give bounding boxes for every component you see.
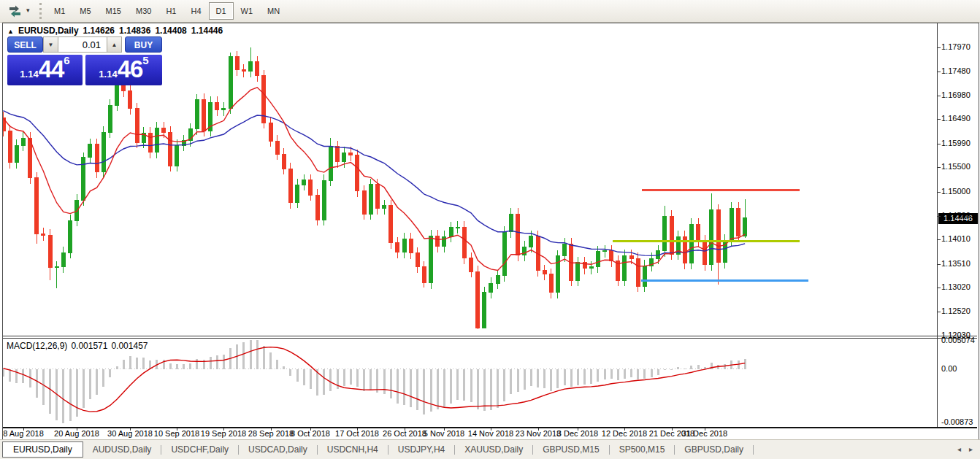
toolbar-grip[interactable] xyxy=(39,3,42,19)
sell-price-tile[interactable]: 1.14446 xyxy=(7,55,83,85)
date-tick xyxy=(624,428,625,431)
price-tick xyxy=(937,312,941,312)
price-axis-label: 1.13020 xyxy=(941,282,978,291)
macd-value: 0.001571 xyxy=(71,341,107,351)
tab-gbpusd-daily[interactable]: GBPUSD,Daily xyxy=(675,442,753,457)
tab-gbpusd-m15[interactable]: GBPUSD,M15 xyxy=(533,442,608,457)
date-tick xyxy=(271,428,272,431)
price-axis-label: 1.16490 xyxy=(941,114,978,123)
timeframe-button-m1[interactable]: M1 xyxy=(47,2,72,20)
mt4-app: ▾ M1M5M15M30H1H4D1W1MN ▲EURUSD,Daily1.14… xyxy=(0,0,980,459)
tab-eurusd-daily[interactable]: EURUSD,Daily xyxy=(2,441,83,458)
price-axis-label: 1.17970 xyxy=(941,42,978,51)
tab-usdcad-daily[interactable]: USDCAD,Daily xyxy=(239,442,317,457)
chart-sync-icon[interactable] xyxy=(7,4,23,18)
dropdown-caret-icon[interactable]: ▾ xyxy=(26,7,30,14)
price-tick xyxy=(937,336,941,336)
time-axis-line xyxy=(3,427,977,428)
volume-increase-button[interactable]: ▲ xyxy=(107,36,122,53)
date-tick xyxy=(705,428,705,431)
ohlc-low: 1.14408 xyxy=(155,26,186,36)
macd-indicator-label: MACD(12,26,9)0.0015710.001457 xyxy=(7,341,152,351)
date-tick xyxy=(223,428,224,431)
price-axis-label: 1.15500 xyxy=(941,162,978,171)
date-tick xyxy=(672,428,673,431)
date-tick xyxy=(444,428,445,431)
timeframe-button-mn[interactable]: MN xyxy=(260,2,287,20)
chart-window: ▲EURUSD,Daily1.146261.148361.144081.1444… xyxy=(2,23,979,441)
price-axis-label: 1.13510 xyxy=(941,259,978,268)
tab-sp500-m15[interactable]: SP500,M15 xyxy=(610,442,675,457)
tab-separator xyxy=(753,445,754,455)
price-axis-divider xyxy=(937,23,938,427)
tab-usdchf-daily[interactable]: USDCHF,Daily xyxy=(161,442,238,457)
price-axis-label: 1.12520 xyxy=(941,306,978,315)
date-tick xyxy=(405,428,405,431)
sell-button[interactable]: SELL xyxy=(7,36,43,53)
macd-pane[interactable] xyxy=(3,338,937,427)
volume-decrease-button[interactable]: ▼ xyxy=(43,36,58,53)
price-tick xyxy=(937,239,941,240)
tabs-scroll-left-icon[interactable]: ◂ xyxy=(957,445,961,453)
chart-tab-bar: EURUSD,DailyAUDUSD,DailyUSDCHF,DailyUSDC… xyxy=(0,439,980,459)
buy-button[interactable]: BUY xyxy=(125,36,162,53)
sell-price: 1.14446 xyxy=(7,55,83,83)
macd-axis-label: 0.00 xyxy=(941,364,978,373)
ohlc-close: 1.14446 xyxy=(191,26,223,36)
price-tick xyxy=(937,72,941,72)
timeframe-toolbar: ▾ M1M5M15M30H1H4D1W1MN xyxy=(0,0,980,23)
timeframe-button-m15[interactable]: M15 xyxy=(99,2,129,20)
timeframe-buttons: M1M5M15M30H1H4D1W1MN xyxy=(47,2,287,20)
tab-audusd-daily[interactable]: AUDUSD,Daily xyxy=(83,442,161,457)
timeframe-button-w1[interactable]: W1 xyxy=(234,2,261,20)
collapse-triangle-icon[interactable]: ▲ xyxy=(7,28,14,35)
timeframe-button-h4[interactable]: H4 xyxy=(183,2,208,20)
price-tick xyxy=(937,192,941,193)
price-axis-label: 1.16980 xyxy=(941,90,978,99)
macd-axis-label: 0.005074 xyxy=(941,336,978,344)
price-tick xyxy=(937,47,941,48)
macd-name: MACD(12,26,9) xyxy=(7,341,67,351)
pane-splitter[interactable] xyxy=(3,336,977,336)
macd-axis-label: -0.00873 xyxy=(941,417,978,426)
ohlc-open: 1.14626 xyxy=(83,26,115,36)
price-tick xyxy=(937,96,941,96)
tab-usdcnh-h4[interactable]: USDCNH,H4 xyxy=(318,442,388,457)
price-axis-label: 1.14010 xyxy=(941,234,978,243)
date-tick xyxy=(491,428,491,431)
price-tick xyxy=(937,216,941,217)
price-axis-label: 1.15990 xyxy=(941,139,978,147)
tabs-scroll-right-icon[interactable]: ▸ xyxy=(969,445,973,453)
ohlc-high: 1.14836 xyxy=(119,26,150,36)
price-tick xyxy=(937,288,941,288)
timeframe-button-d1[interactable]: D1 xyxy=(209,2,234,20)
price-axis-label: 1.15000 xyxy=(941,187,978,196)
timeframe-button-m30[interactable]: M30 xyxy=(129,2,158,20)
price-tick xyxy=(937,144,941,144)
price-tick xyxy=(937,167,941,168)
timeframe-button-h1[interactable]: H1 xyxy=(158,2,183,20)
date-tick xyxy=(130,428,131,431)
one-click-trading-panel: SELL ▼ ▲ BUY 1.14446 1.14465 xyxy=(3,36,166,108)
macd-signal-value: 0.001457 xyxy=(111,341,148,351)
volume-input[interactable] xyxy=(58,36,107,53)
buy-price: 1.14465 xyxy=(85,55,162,83)
price-axis-label: 1.17480 xyxy=(941,66,978,75)
price-tick xyxy=(937,264,941,265)
tab-usdjpy-h4[interactable]: USDJPY,H4 xyxy=(388,442,454,457)
date-tick xyxy=(357,428,358,431)
buy-price-tile[interactable]: 1.14465 xyxy=(85,55,162,85)
date-tick xyxy=(310,428,311,431)
price-axis-label: 1.14500 xyxy=(941,211,978,220)
date-tick xyxy=(23,428,24,431)
date-tick xyxy=(538,428,539,431)
tab-xauusd-daily[interactable]: XAUUSD,Daily xyxy=(455,442,532,457)
date-tick xyxy=(177,428,177,431)
date-tick xyxy=(578,428,578,431)
price-tick xyxy=(937,119,941,120)
pane-splitter-lower xyxy=(3,338,977,339)
date-tick xyxy=(77,428,77,431)
timeframe-button-m5[interactable]: M5 xyxy=(72,2,98,20)
chart-title: ▲EURUSD,Daily1.146261.148361.144081.1444… xyxy=(7,26,223,36)
symbol-period: EURUSD,Daily xyxy=(18,26,79,36)
